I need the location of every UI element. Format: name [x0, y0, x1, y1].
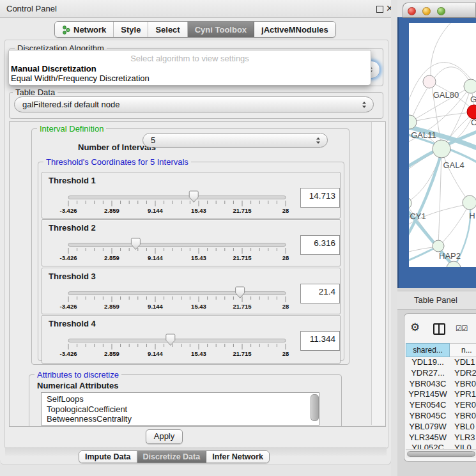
threshold-value-field[interactable]: 11.344 [300, 331, 340, 351]
threshold-slider[interactable]: -3.4262.8599.14415.4321.71528 [61, 286, 291, 311]
tab-discretize-data[interactable]: Discretize Data [137, 451, 207, 463]
popup-item[interactable]: Manual Discretization [9, 64, 371, 74]
table-row[interactable]: YDR27...YDR2 [406, 368, 476, 379]
svg-text:2.859: 2.859 [104, 350, 119, 357]
algorithm-dropdown-popup: Select algorithm to view settings Manual… [8, 50, 371, 86]
svg-text:28: 28 [282, 350, 289, 357]
network-node-hap2[interactable] [433, 240, 444, 252]
application-window: Control Panel ✕ NetworkStyleSelectCyni T… [0, 0, 476, 476]
table-row[interactable]: YBR043CYBR0 [406, 379, 476, 390]
threshold-panel-1: Threshold 1-3.4262.8599.14415.4321.71528… [42, 172, 341, 219]
table-panel: ⚙ ☑☑ shared... n... YDL19...YDL1YDR27...… [404, 313, 476, 462]
table-row[interactable]: YLR345WYLR3 [406, 433, 476, 443]
threshold-value-field[interactable]: 6.316 [300, 235, 340, 255]
svg-text:15.43: 15.43 [191, 254, 206, 261]
control-panel-titlebar: Control Panel ✕ [0, 0, 391, 18]
threshold-value-field[interactable]: 14.713 [300, 188, 340, 208]
attribute-list-item[interactable]: TopologicalCoefficient [47, 404, 319, 415]
node-label: HAP2 [439, 251, 461, 261]
split-columns-icon[interactable] [433, 323, 445, 335]
threshold-panel-4: Threshold 4-3.4262.8599.14415.4321.71528… [42, 315, 341, 364]
threshold-slider[interactable]: -3.4262.8599.14415.4321.71528 [61, 333, 291, 358]
tab-infer-network[interactable]: Infer Network [206, 451, 269, 463]
svg-text:28: 28 [282, 303, 289, 310]
float-window-icon[interactable] [376, 6, 383, 13]
attributes-group: Attributes to discretize Numerical Attri… [29, 374, 342, 427]
table-row[interactable]: YDL19...YDL1 [406, 357, 476, 368]
column-header-shared-name[interactable]: shared... [406, 343, 450, 357]
node-label: GAL11 [411, 130, 436, 140]
tab-jactivemnodules[interactable]: jActiveMNodules [254, 22, 335, 37]
threshold-slider[interactable]: -3.4262.8599.14415.4321.71528 [61, 190, 291, 215]
minimize-traffic-light-icon[interactable] [422, 7, 431, 15]
vertical-scrollbar-track[interactable] [371, 122, 385, 425]
threshold-label: Threshold 1 [49, 176, 96, 185]
network-node-gcy1[interactable] [409, 197, 411, 210]
slider-thumb[interactable] [189, 191, 198, 203]
svg-text:9.144: 9.144 [148, 207, 163, 214]
network-icon [62, 25, 70, 35]
tab-network[interactable]: Network [55, 22, 114, 37]
slider-thumb[interactable] [166, 334, 175, 346]
svg-text:21.715: 21.715 [233, 303, 252, 310]
control-panel: Control Panel ✕ NetworkStyleSelectCyni T… [0, 0, 392, 465]
network-node[interactable] [464, 79, 476, 93]
table-data-label: Table Data [13, 88, 58, 97]
network-node-gal80[interactable] [423, 75, 436, 88]
apply-button[interactable]: Apply [146, 429, 183, 444]
network-node-gal4[interactable] [433, 140, 450, 158]
zoom-traffic-light-icon[interactable] [437, 7, 445, 15]
svg-text:15.43: 15.43 [191, 350, 206, 357]
popup-item[interactable]: Equal Width/Frequency Discretization [9, 73, 371, 84]
node-label: C [471, 118, 476, 127]
network-window-titlebar[interactable] [403, 3, 476, 18]
svg-text:9.144: 9.144 [148, 350, 163, 357]
split-pane-divider[interactable] [391, 0, 397, 476]
tab-impute-data[interactable]: Impute Data [79, 451, 137, 463]
number-of-intervals-select[interactable]: 5 [142, 133, 328, 148]
threshold-label: Threshold 3 [49, 272, 96, 281]
select-columns-icon[interactable]: ☑☑ [456, 324, 468, 333]
tab-select[interactable]: Select [148, 22, 187, 37]
table-row[interactable]: YBL079WYBL0 [406, 422, 476, 433]
network-node-red[interactable] [467, 105, 476, 119]
table-data-select[interactable]: galFiltered.sif default node [14, 96, 374, 112]
attribute-list-item[interactable]: BetweennessCentrality [47, 414, 319, 424]
bottom-tab-bar: Impute DataDiscretize DataInfer Network [79, 450, 270, 463]
tab-style[interactable]: Style [114, 22, 148, 37]
slider-thumb[interactable] [131, 238, 140, 250]
attribute-list-item[interactable]: SelfLoops [47, 394, 319, 404]
tab-cyni-toolbox[interactable]: Cyni Toolbox [188, 22, 254, 37]
threshold-value-field[interactable]: 21.4 [300, 284, 340, 303]
table-row[interactable]: YBR045CYBR0 [406, 411, 476, 422]
horizontal-scrollbar-track[interactable] [406, 449, 476, 458]
combo-arrows-icon [316, 137, 321, 144]
threshold-slider[interactable]: -3.4262.8599.14415.4321.71528 [61, 237, 291, 263]
svg-text:15.43: 15.43 [191, 207, 206, 214]
popup-prompt: Select algorithm to view settings [9, 54, 371, 64]
threshold-label: Threshold 2 [49, 223, 96, 233]
svg-text:2.859: 2.859 [104, 207, 119, 214]
thresholds-group-label: Threshold's Coordinates for 5 Intervals [43, 157, 191, 167]
network-node-h[interactable] [463, 196, 476, 210]
gear-icon[interactable]: ⚙ [410, 322, 420, 333]
column-header-name[interactable]: n... [450, 343, 476, 357]
table-panel-title: Table Panel [414, 295, 457, 305]
node-label: GA [470, 95, 476, 104]
svg-text:21.715: 21.715 [233, 207, 252, 214]
attributes-group-label: Attributes to discretize [35, 370, 121, 380]
table-rows[interactable]: YDL19...YDL1YDR27...YDR2YBR043CYBR0YPR14… [406, 357, 476, 450]
close-traffic-light-icon[interactable] [408, 7, 416, 15]
horizontal-scrollbar-thumb[interactable] [407, 451, 475, 457]
settings-scroll-pane: Interval Definition Number of Intervals … [9, 121, 386, 427]
table-row[interactable]: YPR145WYPR1 [406, 389, 476, 400]
svg-text:2.859: 2.859 [104, 254, 119, 261]
slider-thumb[interactable] [236, 287, 245, 298]
numerical-attributes-list[interactable]: SelfLoopsTopologicalCoefficientBetweenne… [41, 392, 319, 426]
table-row[interactable]: YER054CYER0 [406, 400, 476, 411]
svg-text:-3.426: -3.426 [60, 303, 77, 310]
svg-text:9.144: 9.144 [148, 303, 163, 310]
attributes-list-scrollbar[interactable] [311, 394, 319, 421]
network-canvas[interactable]: GAL80GACGAL11GAL4GCY1HHAP2 [409, 23, 476, 267]
top-tab-bar: NetworkStyleSelectCyni ToolboxjActiveMNo… [54, 21, 336, 38]
